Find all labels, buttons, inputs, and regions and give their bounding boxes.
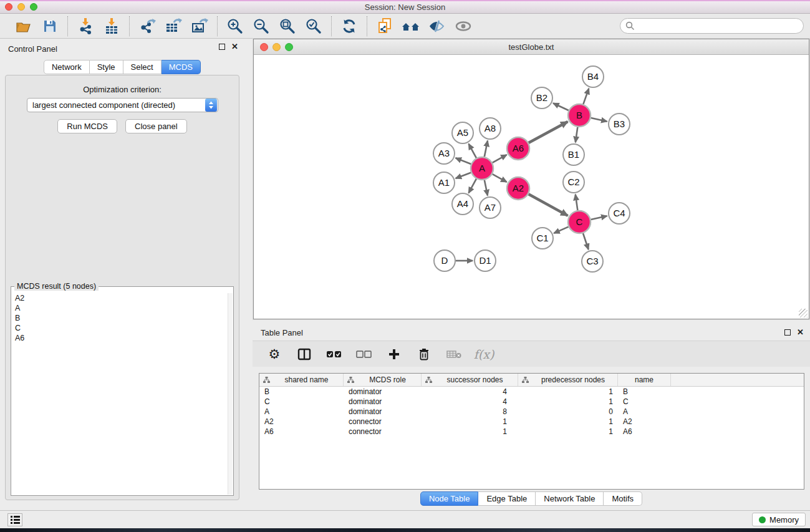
import-table-button[interactable] xyxy=(102,17,122,36)
mcds-result-item[interactable]: A6 xyxy=(12,333,228,343)
refresh-layout-button[interactable] xyxy=(339,17,359,36)
result-list-scrollbar[interactable] xyxy=(228,293,233,495)
function-builder-button[interactable]: f(x) xyxy=(476,346,492,362)
edge-A-A6[interactable] xyxy=(493,155,507,163)
node-C[interactable]: C xyxy=(568,211,591,233)
search-input[interactable] xyxy=(635,21,798,31)
mcds-result-list[interactable]: A2ABCA6 xyxy=(12,293,228,495)
node-A6[interactable]: A6 xyxy=(507,137,529,160)
dropdown-stepper[interactable] xyxy=(205,99,217,112)
column-header-predecessor-nodes[interactable]: predecessor nodes xyxy=(518,374,618,386)
edge-A-A7[interactable] xyxy=(485,180,488,196)
node-B2[interactable]: B2 xyxy=(531,87,552,109)
node-A1[interactable]: A1 xyxy=(433,172,455,193)
export-table-button[interactable] xyxy=(163,17,183,36)
edge-A-A2[interactable] xyxy=(493,174,507,182)
tab-network[interactable]: Network xyxy=(44,60,90,74)
table-row[interactable]: A6connector11A6 xyxy=(259,427,804,437)
node-C2[interactable]: C2 xyxy=(563,172,584,193)
tab-edge-table[interactable]: Edge Table xyxy=(478,491,536,506)
export-network-button[interactable] xyxy=(137,17,157,36)
optimization-criterion-dropdown[interactable]: largest connected component (directed) xyxy=(27,98,218,112)
node-A7[interactable]: A7 xyxy=(480,197,501,218)
node-B4[interactable]: B4 xyxy=(582,66,604,87)
task-history-button[interactable] xyxy=(7,513,22,526)
mcds-result-item[interactable]: C xyxy=(12,323,228,333)
tab-network-table[interactable]: Network Table xyxy=(536,491,604,506)
node-A5[interactable]: A5 xyxy=(452,122,473,143)
node-C4[interactable]: C4 xyxy=(609,203,630,224)
node-D[interactable]: D xyxy=(434,250,455,271)
zoom-fit-button[interactable] xyxy=(277,17,297,36)
delete-column-button[interactable] xyxy=(446,346,462,362)
tab-motifs[interactable]: Motifs xyxy=(604,491,642,506)
edge-C-C1[interactable] xyxy=(554,227,568,233)
node-C3[interactable]: C3 xyxy=(582,251,603,272)
table-settings-gear-button[interactable]: ⚙ xyxy=(266,346,282,362)
edge-A-A8[interactable] xyxy=(485,141,488,157)
node-A4[interactable]: A4 xyxy=(452,193,473,215)
import-network-button[interactable] xyxy=(75,17,95,36)
table-row[interactable]: Adominator80A xyxy=(259,407,804,417)
show-all-button[interactable] xyxy=(453,17,473,36)
deselect-all-rows-button[interactable] xyxy=(356,346,372,362)
tab-select[interactable]: Select xyxy=(123,60,162,74)
node-B3[interactable]: B3 xyxy=(609,114,630,135)
first-neighbors-button[interactable] xyxy=(401,17,421,36)
column-header-mcds-role[interactable]: MCDS role xyxy=(344,374,422,386)
close-panel-button[interactable]: Close panel xyxy=(125,119,187,133)
close-table-panel-icon[interactable]: ✕ xyxy=(797,329,804,336)
mcds-result-item[interactable]: A2 xyxy=(12,293,228,303)
delete-selected-button[interactable] xyxy=(416,346,432,362)
network-canvas[interactable]: B4B2BB3A5A8A6B1A3AC2A1A2A4A7C4CC1C3DD1 xyxy=(254,55,809,319)
table-row[interactable]: Bdominator41B xyxy=(259,387,804,397)
edge-B-B3[interactable] xyxy=(591,118,607,122)
mcds-result-item[interactable]: B xyxy=(12,313,228,323)
run-mcds-button[interactable]: Run MCDS xyxy=(57,119,117,133)
close-panel-icon[interactable]: ✕ xyxy=(231,44,238,50)
float-table-panel-icon[interactable] xyxy=(784,329,791,336)
node-A[interactable]: A xyxy=(471,157,493,180)
column-chooser-button[interactable] xyxy=(296,346,312,362)
zoom-selected-button[interactable] xyxy=(304,17,324,36)
new-network-from-selection-button[interactable] xyxy=(375,17,395,36)
hide-selected-button[interactable] xyxy=(427,17,447,36)
edge-A-A5[interactable] xyxy=(469,144,476,158)
memory-status-button[interactable]: Memory xyxy=(752,513,806,526)
node-A2[interactable]: A2 xyxy=(507,177,529,200)
node-C1[interactable]: C1 xyxy=(532,228,553,249)
edge-A6-B[interactable] xyxy=(529,122,568,143)
add-column-button[interactable] xyxy=(386,346,402,362)
tab-mcds[interactable]: MCDS xyxy=(162,60,201,74)
save-session-button[interactable] xyxy=(40,17,60,36)
edge-A-A4[interactable] xyxy=(469,179,476,193)
edge-A2-C[interactable] xyxy=(529,194,568,216)
node-D1[interactable]: D1 xyxy=(475,250,496,271)
column-header-name[interactable]: name xyxy=(618,374,671,386)
resize-grip[interactable] xyxy=(799,309,808,317)
edge-B-B1[interactable] xyxy=(576,127,577,142)
edge-C-C3[interactable] xyxy=(583,233,589,249)
node-B1[interactable]: B1 xyxy=(563,144,584,165)
edge-A-A1[interactable] xyxy=(456,173,471,178)
export-image-button[interactable] xyxy=(190,17,210,36)
edge-B-B2[interactable] xyxy=(553,103,569,110)
edge-B-B4[interactable] xyxy=(583,89,589,104)
zoom-in-button[interactable] xyxy=(225,17,245,36)
node-A8[interactable]: A8 xyxy=(480,118,501,139)
column-header-successor-nodes[interactable]: successor nodes xyxy=(422,374,518,386)
search-box[interactable] xyxy=(620,18,804,34)
table-row[interactable]: Cdominator41C xyxy=(259,397,804,407)
zoom-out-button[interactable] xyxy=(251,17,271,36)
edge-C-C2[interactable] xyxy=(576,195,578,210)
mcds-result-item[interactable]: A xyxy=(12,303,228,313)
edge-C-C4[interactable] xyxy=(591,216,607,220)
open-file-button[interactable] xyxy=(14,17,34,36)
float-panel-icon[interactable] xyxy=(219,44,225,50)
tab-style[interactable]: Style xyxy=(90,60,123,74)
table-row[interactable]: A2connector11A2 xyxy=(259,417,804,427)
edge-A-A3[interactable] xyxy=(456,158,471,164)
tab-node-table[interactable]: Node Table xyxy=(420,491,479,506)
node-B[interactable]: B xyxy=(568,104,591,127)
node-A3[interactable]: A3 xyxy=(433,143,455,164)
